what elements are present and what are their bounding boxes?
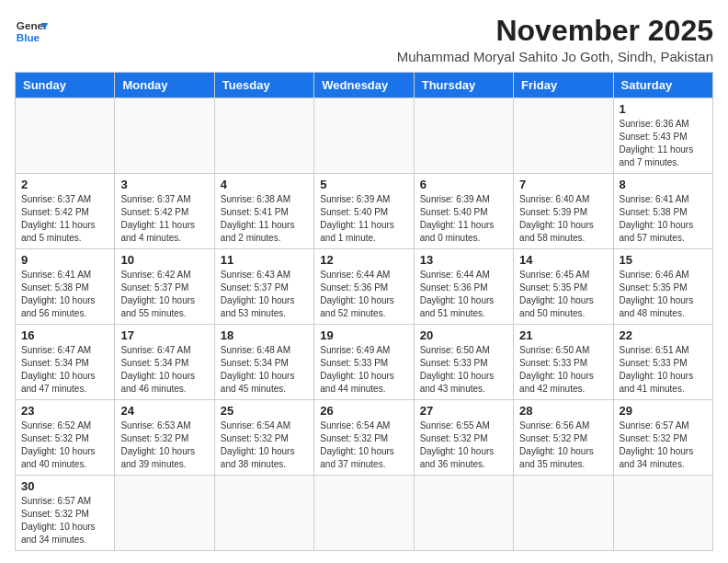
- day-number: 9: [21, 253, 108, 267]
- calendar-cell: 6Sunrise: 6:39 AM Sunset: 5:40 PM Daylig…: [414, 174, 513, 249]
- day-number: 22: [620, 328, 707, 342]
- day-number: 18: [221, 328, 308, 342]
- calendar-cell: 12Sunrise: 6:44 AM Sunset: 5:36 PM Dayli…: [314, 249, 414, 325]
- day-info: Sunrise: 6:37 AM Sunset: 5:42 PM Dayligh…: [120, 193, 208, 245]
- day-number: 7: [519, 178, 607, 191]
- calendar-cell: [115, 476, 214, 551]
- calendar-week-3: 9Sunrise: 6:41 AM Sunset: 5:38 PM Daylig…: [16, 249, 713, 325]
- calendar-cell: 5Sunrise: 6:39 AM Sunset: 5:40 PM Daylig…: [314, 174, 414, 249]
- calendar-cell: 13Sunrise: 6:44 AM Sunset: 5:36 PM Dayli…: [414, 249, 513, 325]
- calendar-cell: [613, 476, 712, 551]
- day-number: 17: [120, 328, 208, 342]
- calendar-cell: 15Sunrise: 6:46 AM Sunset: 5:35 PM Dayli…: [613, 249, 712, 325]
- calendar-cell: 23Sunrise: 6:52 AM Sunset: 5:32 PM Dayli…: [16, 400, 115, 476]
- calendar-cell: 28Sunrise: 6:56 AM Sunset: 5:32 PM Dayli…: [514, 400, 613, 476]
- day-number: 12: [320, 253, 407, 267]
- day-number: 26: [320, 404, 407, 418]
- weekday-header-saturday: Saturday: [613, 73, 712, 98]
- calendar-cell: 7Sunrise: 6:40 AM Sunset: 5:39 PM Daylig…: [514, 174, 613, 249]
- calendar-cell: 26Sunrise: 6:54 AM Sunset: 5:32 PM Dayli…: [314, 400, 414, 476]
- day-number: 28: [519, 404, 607, 418]
- weekday-header-thursday: Thursday: [414, 73, 513, 98]
- calendar-cell: 22Sunrise: 6:51 AM Sunset: 5:33 PM Dayli…: [613, 325, 712, 400]
- calendar-week-5: 23Sunrise: 6:52 AM Sunset: 5:32 PM Dayli…: [16, 400, 713, 476]
- month-title: November 2025: [397, 15, 713, 47]
- calendar-week-6: 30Sunrise: 6:57 AM Sunset: 5:32 PM Dayli…: [16, 476, 713, 551]
- calendar-week-2: 2Sunrise: 6:37 AM Sunset: 5:42 PM Daylig…: [16, 174, 713, 249]
- day-info: Sunrise: 6:45 AM Sunset: 5:35 PM Dayligh…: [519, 269, 607, 320]
- day-info: Sunrise: 6:40 AM Sunset: 5:39 PM Dayligh…: [519, 193, 607, 245]
- calendar-cell: 17Sunrise: 6:47 AM Sunset: 5:34 PM Dayli…: [115, 325, 214, 400]
- calendar-cell: 1Sunrise: 6:36 AM Sunset: 5:43 PM Daylig…: [613, 98, 712, 174]
- day-info: Sunrise: 6:39 AM Sunset: 5:40 PM Dayligh…: [320, 193, 407, 245]
- calendar-cell: 11Sunrise: 6:43 AM Sunset: 5:37 PM Dayli…: [214, 249, 313, 325]
- calendar-cell: [314, 476, 414, 551]
- day-info: Sunrise: 6:54 AM Sunset: 5:32 PM Dayligh…: [320, 419, 407, 471]
- day-info: Sunrise: 6:43 AM Sunset: 5:37 PM Dayligh…: [221, 269, 308, 320]
- weekday-header-tuesday: Tuesday: [214, 73, 313, 98]
- day-number: 16: [21, 328, 108, 342]
- day-info: Sunrise: 6:50 AM Sunset: 5:33 PM Dayligh…: [420, 344, 507, 396]
- day-number: 1: [620, 102, 707, 116]
- day-info: Sunrise: 6:44 AM Sunset: 5:36 PM Dayligh…: [420, 269, 507, 320]
- day-number: 15: [620, 253, 707, 267]
- day-number: 11: [221, 253, 308, 267]
- day-info: Sunrise: 6:50 AM Sunset: 5:33 PM Dayligh…: [519, 344, 607, 396]
- day-number: 21: [519, 328, 607, 342]
- day-number: 20: [420, 328, 507, 342]
- calendar-cell: 29Sunrise: 6:57 AM Sunset: 5:32 PM Dayli…: [613, 400, 712, 476]
- day-info: Sunrise: 6:53 AM Sunset: 5:32 PM Dayligh…: [120, 419, 208, 471]
- calendar-cell: [16, 98, 115, 174]
- calendar-cell: 24Sunrise: 6:53 AM Sunset: 5:32 PM Dayli…: [115, 400, 214, 476]
- day-number: 23: [21, 404, 108, 418]
- day-number: 29: [620, 404, 707, 418]
- calendar-cell: 2Sunrise: 6:37 AM Sunset: 5:42 PM Daylig…: [16, 174, 115, 249]
- day-info: Sunrise: 6:41 AM Sunset: 5:38 PM Dayligh…: [21, 269, 108, 320]
- title-area: November 2025 Muhammad Moryal Sahito Jo …: [397, 15, 713, 64]
- svg-text:Blue: Blue: [17, 31, 40, 43]
- day-info: Sunrise: 6:57 AM Sunset: 5:32 PM Dayligh…: [21, 495, 108, 546]
- day-info: Sunrise: 6:52 AM Sunset: 5:32 PM Dayligh…: [21, 419, 108, 471]
- logo-icon: General Blue: [15, 15, 48, 48]
- day-info: Sunrise: 6:37 AM Sunset: 5:42 PM Dayligh…: [21, 193, 108, 245]
- weekday-header-wednesday: Wednesday: [314, 73, 414, 98]
- calendar-cell: 8Sunrise: 6:41 AM Sunset: 5:38 PM Daylig…: [613, 174, 712, 249]
- day-info: Sunrise: 6:39 AM Sunset: 5:40 PM Dayligh…: [420, 193, 507, 245]
- weekday-header-monday: Monday: [115, 73, 214, 98]
- weekday-header-sunday: Sunday: [16, 73, 115, 98]
- day-number: 27: [420, 404, 507, 418]
- day-number: 19: [320, 328, 407, 342]
- calendar-cell: 9Sunrise: 6:41 AM Sunset: 5:38 PM Daylig…: [16, 249, 115, 325]
- day-number: 14: [519, 253, 607, 267]
- calendar-week-1: 1Sunrise: 6:36 AM Sunset: 5:43 PM Daylig…: [16, 98, 713, 174]
- calendar-cell: [514, 476, 613, 551]
- day-number: 5: [320, 178, 407, 191]
- calendar-cell: 16Sunrise: 6:47 AM Sunset: 5:34 PM Dayli…: [16, 325, 115, 400]
- weekday-header-row: SundayMondayTuesdayWednesdayThursdayFrid…: [16, 73, 713, 98]
- day-info: Sunrise: 6:55 AM Sunset: 5:32 PM Dayligh…: [420, 419, 507, 471]
- calendar-cell: [314, 98, 414, 174]
- day-info: Sunrise: 6:47 AM Sunset: 5:34 PM Dayligh…: [120, 344, 208, 396]
- calendar-cell: 18Sunrise: 6:48 AM Sunset: 5:34 PM Dayli…: [214, 325, 313, 400]
- calendar-cell: [214, 476, 313, 551]
- day-info: Sunrise: 6:38 AM Sunset: 5:41 PM Dayligh…: [221, 193, 308, 245]
- day-number: 4: [221, 178, 308, 191]
- day-info: Sunrise: 6:36 AM Sunset: 5:43 PM Dayligh…: [620, 118, 707, 169]
- calendar-cell: 21Sunrise: 6:50 AM Sunset: 5:33 PM Dayli…: [514, 325, 613, 400]
- calendar-cell: 25Sunrise: 6:54 AM Sunset: 5:32 PM Dayli…: [214, 400, 313, 476]
- weekday-header-friday: Friday: [514, 73, 613, 98]
- calendar-cell: [414, 476, 513, 551]
- calendar-cell: 14Sunrise: 6:45 AM Sunset: 5:35 PM Dayli…: [514, 249, 613, 325]
- calendar-cell: 4Sunrise: 6:38 AM Sunset: 5:41 PM Daylig…: [214, 174, 313, 249]
- calendar-cell: 20Sunrise: 6:50 AM Sunset: 5:33 PM Dayli…: [414, 325, 513, 400]
- day-number: 8: [620, 178, 707, 191]
- calendar-cell: [214, 98, 313, 174]
- day-number: 3: [120, 178, 208, 191]
- day-info: Sunrise: 6:42 AM Sunset: 5:37 PM Dayligh…: [120, 269, 208, 320]
- day-info: Sunrise: 6:51 AM Sunset: 5:33 PM Dayligh…: [620, 344, 707, 396]
- day-number: 2: [21, 178, 108, 191]
- calendar-table: SundayMondayTuesdayWednesdayThursdayFrid…: [15, 72, 713, 551]
- day-info: Sunrise: 6:46 AM Sunset: 5:35 PM Dayligh…: [620, 269, 707, 320]
- page-header: General Blue November 2025 Muhammad Mory…: [15, 15, 713, 64]
- day-info: Sunrise: 6:57 AM Sunset: 5:32 PM Dayligh…: [620, 419, 707, 471]
